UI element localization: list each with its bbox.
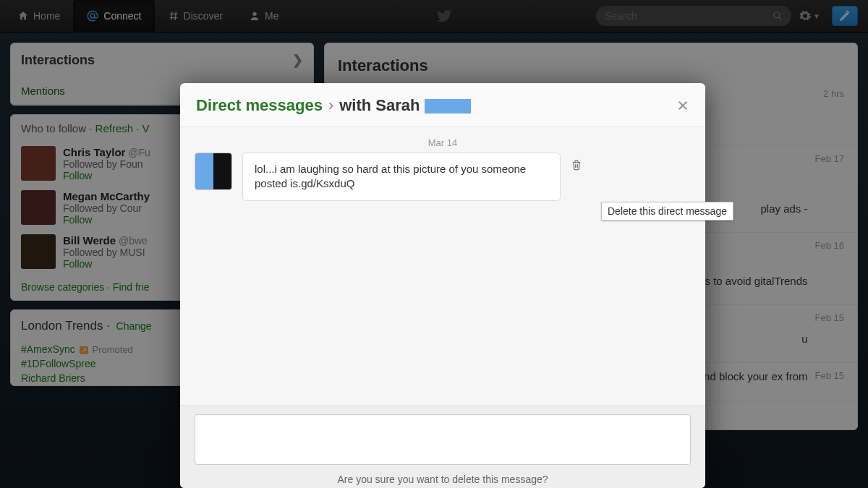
- dm-with-label: with Sarah: [339, 96, 420, 114]
- close-icon: [676, 99, 689, 112]
- sender-avatar[interactable]: [195, 153, 232, 190]
- tooltip-text: Delete this direct message: [608, 205, 727, 217]
- modal-title: Direct messages › with Sarah: [196, 96, 471, 115]
- delete-message-button[interactable]: [571, 158, 582, 171]
- message-bubble: lol...i am laughing so hard at this pict…: [242, 153, 561, 201]
- direct-message-modal: Direct messages › with Sarah Mar 14 lol.…: [180, 83, 705, 488]
- dm-breadcrumb-link[interactable]: Direct messages: [196, 96, 323, 115]
- trash-icon: [571, 158, 582, 171]
- message-row: lol...i am laughing so hard at this pict…: [195, 153, 691, 201]
- modal-compose-area: Are you sure you want to delete this mes…: [180, 405, 705, 488]
- dm-compose-input[interactable]: [195, 414, 691, 465]
- modal-header: Direct messages › with Sarah: [180, 83, 705, 127]
- delete-tooltip: Delete this direct message: [601, 202, 733, 221]
- redacted-name: [425, 99, 471, 114]
- delete-confirm-text: Are you sure you want to delete this mes…: [195, 465, 691, 488]
- breadcrumb-sep: ›: [328, 96, 333, 115]
- modal-body: Mar 14 lol...i am laughing so hard at th…: [180, 127, 705, 405]
- message-text: lol...i am laughing so hard at this pict…: [255, 163, 526, 189]
- modal-close-button[interactable]: [676, 99, 689, 112]
- message-date: Mar 14: [195, 137, 691, 148]
